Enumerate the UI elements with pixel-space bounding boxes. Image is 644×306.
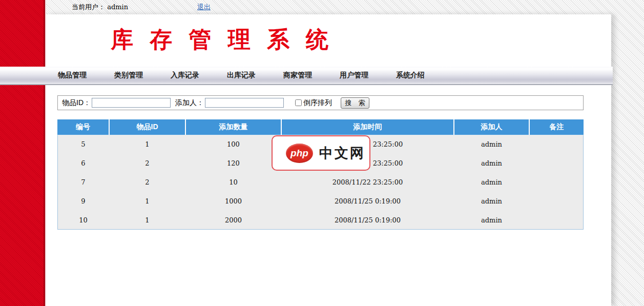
- search-button[interactable]: 搜 索: [341, 97, 369, 109]
- col-header-remark: 备注: [529, 119, 584, 135]
- left-red-sidebar: [0, 0, 46, 306]
- table-cell: [529, 211, 584, 230]
- top-user-bar: 当前用户： admin 退出: [46, 0, 611, 14]
- col-header-item-id: 物品ID: [109, 119, 185, 135]
- table-cell: admin: [454, 154, 529, 173]
- table-cell: admin: [454, 173, 529, 192]
- nav-item-category[interactable]: 类别管理: [114, 71, 143, 80]
- table-cell: 2008/11/25 0:19:00: [281, 192, 454, 211]
- table-cell: 10: [185, 173, 281, 192]
- php-cn-watermark: php 中文网: [272, 135, 370, 171]
- col-header-adder: 添加人: [454, 119, 529, 135]
- table-cell: 2000: [185, 211, 281, 230]
- table-cell: admin: [454, 211, 529, 230]
- item-id-input[interactable]: [92, 98, 171, 108]
- nav-item-outbound[interactable]: 出库记录: [227, 71, 256, 80]
- col-header-id: 编号: [57, 119, 109, 135]
- php-logo-icon: php: [286, 144, 313, 163]
- table-cell: 2008/11/25 0:19:00: [281, 211, 454, 230]
- table-cell: 120: [185, 154, 281, 173]
- table-cell: admin: [454, 192, 529, 211]
- search-filter-panel: 物品ID： 添加人： 倒序排列 搜 索: [57, 95, 584, 110]
- main-content-area: 库 存 管 理 系 统 物品ID： 添加人： 倒序排列 搜 索 编号 物品ID: [46, 14, 611, 306]
- table-cell: 9: [57, 192, 109, 211]
- adder-input[interactable]: [205, 98, 284, 108]
- table-cell: 7: [57, 173, 109, 192]
- table-cell: 10: [57, 211, 109, 230]
- table-cell: [529, 192, 584, 211]
- table-row: 10 1 2000 2008/11/25 0:19:00 admin: [57, 211, 584, 230]
- table-cell: [529, 173, 584, 192]
- table-cell: 1: [109, 192, 185, 211]
- main-nav-bar: 物品管理 类别管理 入库记录 出库记录 商家管理 用户管理 系统介绍: [0, 67, 613, 85]
- col-header-time: 添加时间: [281, 119, 454, 135]
- table-cell: 2: [109, 173, 185, 192]
- reverse-sort-checkbox[interactable]: [295, 99, 302, 106]
- watermark-site-text: 中文网: [319, 144, 365, 162]
- nav-item-user[interactable]: 用户管理: [340, 71, 369, 80]
- nav-item-goods[interactable]: 物品管理: [58, 71, 87, 80]
- logout-link[interactable]: 退出: [197, 3, 211, 12]
- item-id-label: 物品ID：: [62, 98, 91, 108]
- table-cell: [529, 135, 584, 154]
- table-cell: admin: [454, 135, 529, 154]
- table-header-row: 编号 物品ID 添加数量 添加时间 添加人 备注: [57, 119, 584, 135]
- table-cell: 1000: [185, 192, 281, 211]
- table-row: 9 1 1000 2008/11/25 0:19:00 admin: [57, 192, 584, 211]
- table-cell: 2008/11/22 23:25:00: [281, 173, 454, 192]
- nav-item-system[interactable]: 系统介绍: [396, 71, 425, 80]
- adder-label: 添加人：: [175, 98, 204, 108]
- table-cell: 1: [109, 135, 185, 154]
- table-cell: 6: [57, 154, 109, 173]
- table-cell: 5: [57, 135, 109, 154]
- nav-item-merchant[interactable]: 商家管理: [283, 71, 313, 80]
- col-header-quantity: 添加数量: [185, 119, 281, 135]
- current-user-text: 当前用户： admin: [72, 3, 128, 12]
- table-cell: [529, 154, 584, 173]
- table-row: 7 2 10 2008/11/22 23:25:00 admin: [57, 173, 584, 192]
- table-cell: 1: [109, 211, 185, 230]
- page-background: 当前用户： admin 退出 库 存 管 理 系 统 物品ID： 添加人： 倒序…: [0, 0, 644, 306]
- table-cell: 2: [109, 154, 185, 173]
- nav-item-inbound[interactable]: 入库记录: [171, 71, 200, 80]
- table-cell: 100: [185, 135, 281, 154]
- page-title: 库 存 管 理 系 统: [111, 25, 334, 55]
- reverse-sort-label: 倒序排列: [303, 98, 332, 108]
